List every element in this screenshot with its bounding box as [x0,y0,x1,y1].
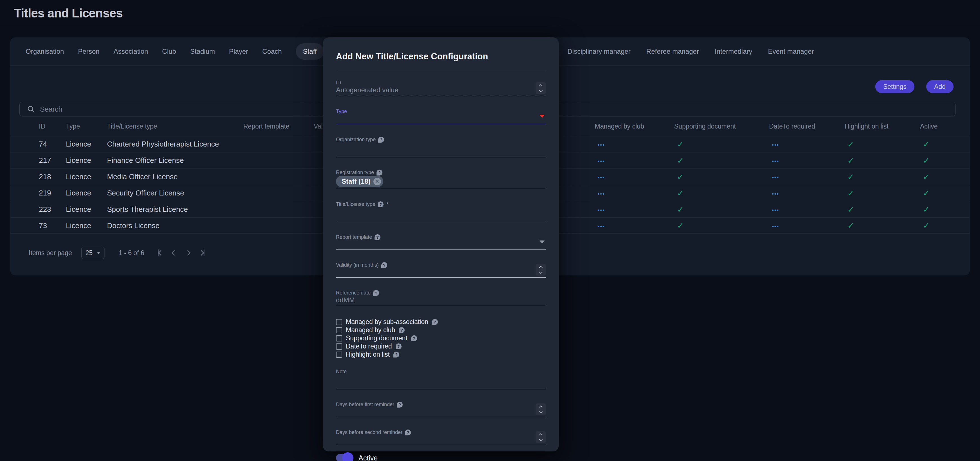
help-icon[interactable]: ? [432,319,438,325]
check-icon: ✓ [677,221,684,230]
chip-remove-icon[interactable]: ✕ [374,178,381,185]
days-before-second-reminder-field: Days before second reminder ? [336,429,546,445]
last-page-button[interactable] [199,249,204,256]
help-icon[interactable]: ? [397,402,403,407]
staff-chip-label: Staff (18) [342,177,371,185]
help-icon[interactable]: ? [375,234,380,240]
registration-type-field: Registration type ? Staff (18) ✕ [336,169,546,189]
active-toggle[interactable] [336,454,352,461]
number-spinner-icon[interactable] [536,403,546,415]
reference-date-input[interactable]: ddMM [336,296,546,306]
title-license-type-input[interactable] [336,208,546,222]
id-label: ID [336,79,546,86]
dropdown-caret-icon[interactable] [539,241,545,246]
help-icon[interactable]: ? [377,170,382,176]
organization-type-input[interactable] [336,143,546,157]
validity-field: Validity (in months) ? [336,261,546,277]
ellipsis-status-icon: ••• [598,207,605,213]
help-icon[interactable]: ? [405,429,411,436]
tab-player[interactable]: Player [229,48,248,55]
validity-label: Validity (in months) ? [336,261,546,268]
help-icon[interactable]: ? [381,262,387,268]
checkbox-supporting-document[interactable]: Supporting document? [336,334,546,342]
check-icon: ✓ [923,205,929,214]
checkbox-box[interactable] [336,344,342,350]
page-size-select[interactable]: 25 [81,247,105,259]
number-spinner-icon[interactable] [536,431,546,443]
tab-referee-manager[interactable]: Referee manager [646,48,699,55]
tab-person[interactable]: Person [78,48,99,55]
ellipsis-status-icon: ••• [772,191,779,196]
registration-type-input[interactable]: Staff (18) ✕ [336,176,546,189]
tab-staff[interactable]: Staff [296,43,324,60]
help-icon[interactable]: ? [411,335,417,341]
check-icon: ✓ [677,189,684,198]
page-title: Titles and Licenses [14,6,123,20]
days-before-second-reminder-input[interactable] [336,436,546,445]
type-select[interactable] [336,115,546,124]
next-page-button[interactable] [186,251,190,255]
check-icon: ✓ [923,173,929,181]
ellipsis-status-icon: ••• [772,207,779,213]
help-icon[interactable]: ? [378,201,383,207]
id-input[interactable]: Autogenerated value [336,86,546,96]
help-icon[interactable]: ? [378,137,384,143]
checkbox-managed-by-club[interactable]: Managed by club? [336,326,546,334]
help-icon[interactable]: ? [393,352,399,358]
dropdown-caret-error-icon[interactable] [539,115,545,120]
checkbox-highlight-on-list[interactable]: Highlight on list? [336,350,546,359]
check-icon: ✓ [847,221,854,230]
number-spinner-icon[interactable] [536,82,546,94]
tab-stadium[interactable]: Stadium [190,48,215,55]
checkbox-dateto-required[interactable]: DateTo required? [336,342,546,350]
add-button[interactable]: Add [926,80,953,93]
column-header-id: ID [39,123,66,130]
validity-input[interactable] [336,268,546,277]
note-field: Note [336,368,546,389]
modal-title: Add New Title/License Configuration [336,51,546,62]
checkbox-group: Managed by sub-association?Managed by cl… [336,318,546,359]
checkbox-managed-by-sub-association[interactable]: Managed by sub-association? [336,318,546,326]
checkbox-box[interactable] [336,352,342,358]
tab-intermediary[interactable]: Intermediary [715,48,752,55]
title-license-type-field: Title/License type ? * [336,201,546,222]
previous-page-button[interactable] [172,251,176,255]
check-icon: ✓ [847,140,854,149]
tab-association[interactable]: Association [113,48,148,55]
settings-button[interactable]: Settings [875,80,915,93]
tab-coach[interactable]: Coach [262,48,282,55]
checkbox-box[interactable] [336,319,342,325]
checkbox-box[interactable] [336,327,342,333]
tab-club[interactable]: Club [162,48,176,55]
report-template-select[interactable] [336,241,546,249]
ellipsis-status-icon: ••• [772,174,779,180]
page-header: Titles and Licenses [0,0,980,26]
help-icon[interactable]: ? [373,290,379,296]
column-header-report-template: Report template [243,123,314,130]
note-input[interactable] [336,375,546,389]
ellipsis-status-icon: ••• [772,158,779,164]
ellipsis-status-icon: ••• [772,223,779,229]
ellipsis-status-icon: ••• [598,223,605,229]
checkbox-box[interactable] [336,335,342,341]
chevron-down-icon [97,252,100,255]
check-icon: ✓ [923,221,929,230]
days-before-first-reminder-input[interactable] [336,408,546,417]
tab-event-manager[interactable]: Event manager [768,48,814,55]
required-asterisk: * [386,201,388,208]
ellipsis-status-icon: ••• [598,191,605,196]
staff-chip: Staff (18) ✕ [336,176,383,187]
first-page-button[interactable] [158,249,163,256]
number-spinner-icon[interactable] [536,264,546,276]
help-icon[interactable]: ? [399,327,405,333]
help-icon[interactable]: ? [396,344,402,349]
report-template-field: Report template ? [336,234,546,250]
tab-organisation[interactable]: Organisation [25,48,64,55]
check-icon: ✓ [847,173,854,181]
pagination: Items per page 25 1 - 6 of 6 [29,245,204,261]
days-before-first-reminder-label: Days before first reminder ? [336,401,546,408]
tab-disciplinary-manager[interactable]: Disciplinary manager [568,48,630,55]
type-field: Type [336,108,546,124]
check-icon: ✓ [847,156,854,165]
reference-date-field: Reference date ? ddMM [336,290,546,306]
